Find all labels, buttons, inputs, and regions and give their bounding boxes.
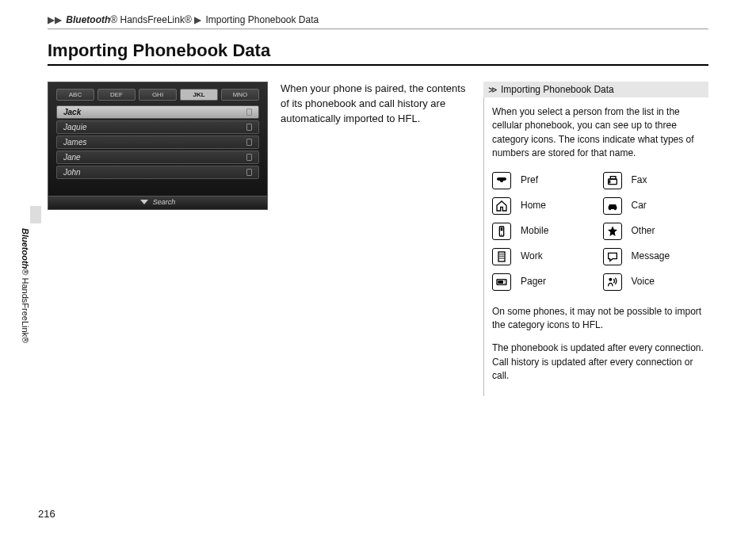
side-tab-marker xyxy=(30,206,41,223)
category-item: Mobile xyxy=(492,223,595,240)
note-paragraph-2: On some phones, it may not be possible t… xyxy=(492,305,705,333)
chevron-right-icon: ▶▶ xyxy=(48,14,62,25)
page-title: Importing Phonebook Data xyxy=(48,40,708,66)
alpha-tab-jkl: JKL xyxy=(180,89,218,101)
category-label: Work xyxy=(521,250,543,263)
contact-row: Jane xyxy=(56,151,259,164)
category-label: Fax xyxy=(632,174,647,187)
alpha-tab-mno: MNO xyxy=(221,89,259,101)
voice-icon xyxy=(603,273,622,291)
mobile-icon xyxy=(246,154,252,161)
note-paragraph-1: When you select a person from the list i… xyxy=(492,105,705,161)
mobile-icon xyxy=(246,109,252,116)
category-item: Car xyxy=(603,197,706,215)
building-icon xyxy=(492,248,511,265)
phone-icon xyxy=(492,172,511,189)
breadcrumb-part-1b: ® HandsFreeLink® xyxy=(110,14,191,25)
category-label: Home xyxy=(521,199,546,212)
contact-row: Jaquie xyxy=(56,120,259,134)
message-icon xyxy=(603,248,622,265)
note-header: ≫ Importing Phonebook Data xyxy=(483,82,708,97)
breadcrumb-part-1a: Bluetooth xyxy=(66,14,110,25)
car-icon xyxy=(603,197,622,215)
category-item: Pref xyxy=(492,172,595,189)
pager-icon xyxy=(492,273,511,291)
mobile-icon xyxy=(492,223,511,240)
contact-name: Jack xyxy=(63,108,81,116)
house-icon xyxy=(492,197,511,215)
category-label: Pager xyxy=(521,275,546,288)
contact-name: John xyxy=(63,168,81,177)
category-label: Voice xyxy=(632,275,655,288)
mobile-icon xyxy=(246,169,252,176)
contact-row: John xyxy=(56,166,259,179)
page-number: 216 xyxy=(38,508,55,520)
search-label: Search xyxy=(153,198,176,206)
chevron-right-icon: ▶ xyxy=(194,14,201,25)
chevron-down-icon xyxy=(140,200,148,204)
chevron-right-icon: ≫ xyxy=(488,85,498,95)
side-section-label: Bluetooth® HandsFreeLink® xyxy=(21,228,30,343)
category-item: Fax xyxy=(603,172,706,189)
alpha-tab-abc: ABC xyxy=(56,89,94,101)
note-title: Importing Phonebook Data xyxy=(501,84,614,95)
category-item: Voice xyxy=(603,273,706,291)
mobile-icon xyxy=(246,124,252,131)
contact-row: James xyxy=(56,135,259,149)
category-label: Mobile xyxy=(521,224,548,238)
category-label: Car xyxy=(632,199,647,212)
category-item: Pager xyxy=(492,273,595,291)
contact-name: Jane xyxy=(63,153,81,162)
category-label: Message xyxy=(632,250,670,263)
mobile-icon xyxy=(246,139,252,146)
contact-row: Jack xyxy=(56,105,259,119)
phonebook-screenshot: ABCDEFGHIJKLMNO JackJaquieJamesJaneJohn … xyxy=(48,82,268,210)
category-item: Home xyxy=(492,197,595,215)
breadcrumb-part-2: Importing Phonebook Data xyxy=(205,14,319,25)
search-bar: Search xyxy=(48,196,267,209)
star-icon xyxy=(603,223,622,240)
contact-name: Jaquie xyxy=(63,123,86,132)
note-paragraph-3: The phonebook is updated after every con… xyxy=(492,341,705,383)
alpha-tab-ghi: GHI xyxy=(139,89,177,101)
contact-name: James xyxy=(63,138,86,147)
category-item: Work xyxy=(492,248,595,265)
fax-icon xyxy=(603,172,622,189)
category-item: Message xyxy=(603,248,706,265)
intro-text: When your phone is paired, the contents … xyxy=(281,82,468,396)
category-label: Other xyxy=(632,224,655,238)
alpha-tab-def: DEF xyxy=(97,89,136,101)
category-item: Other xyxy=(603,223,706,240)
breadcrumb: ▶▶ Bluetooth® HandsFreeLink® ▶ Importing… xyxy=(48,14,708,29)
category-label: Pref xyxy=(521,174,538,187)
